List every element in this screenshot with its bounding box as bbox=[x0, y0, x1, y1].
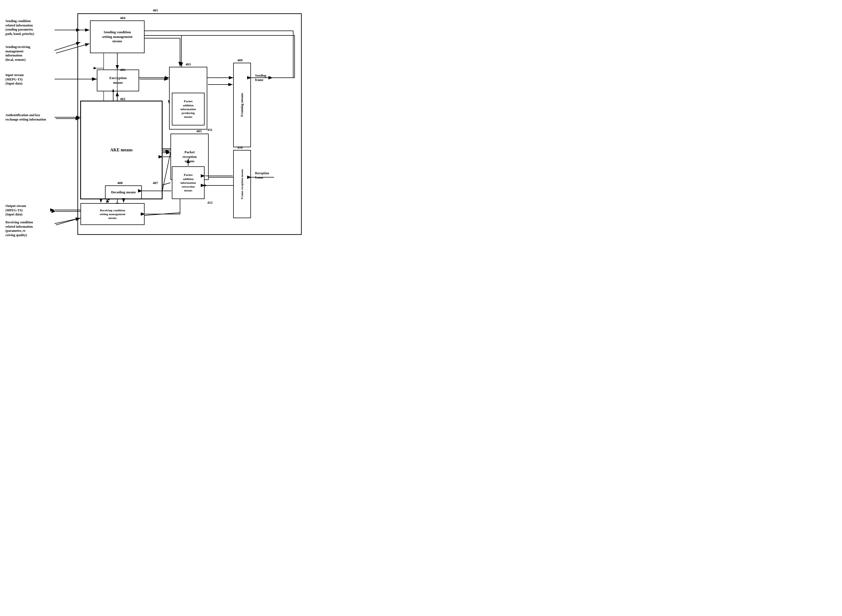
receiving-condition-box: Receiving conditionsetting managementmea… bbox=[81, 203, 145, 225]
reception-frame-label: Receptionframe bbox=[255, 171, 269, 180]
svg-line-37 bbox=[145, 213, 180, 216]
receiving-condition-info-label: Receiving conditionrelated information(p… bbox=[6, 220, 33, 237]
sending-frame-label: Sendingframe bbox=[255, 73, 266, 82]
sending-condition-box: Sending conditionsetting managementmeans bbox=[90, 21, 145, 53]
sending-condition-label: Sending conditionsetting managementmeans bbox=[102, 30, 132, 44]
packet-addition-producing-label: Packetadditioninformationproducingmeans bbox=[180, 99, 196, 119]
framing-box: Framing means bbox=[233, 63, 251, 147]
svg-line-31 bbox=[54, 218, 81, 224]
sending-condition-info-label: Sending conditionrelated information(sen… bbox=[6, 19, 34, 36]
decoding-box: Decoding means bbox=[105, 185, 142, 199]
ake-label: AKE means bbox=[110, 147, 132, 153]
receiving-condition-label: Receiving conditionsetting managementmea… bbox=[100, 208, 125, 220]
label-401: 401 bbox=[153, 8, 158, 13]
label-404: 404 bbox=[120, 16, 125, 20]
label-408: 408 bbox=[117, 181, 123, 185]
label-402: 402 bbox=[120, 97, 125, 101]
svg-line-73 bbox=[56, 218, 80, 225]
diagram: 401 Sending conditionsetting managementm… bbox=[0, 0, 327, 240]
frame-reception-label: Frame reception means bbox=[240, 169, 244, 199]
encryption-label: Encryptionmeans bbox=[109, 76, 126, 85]
svg-line-6 bbox=[54, 42, 81, 50]
label-406: 406 bbox=[120, 67, 125, 72]
authentification-label: Authentification and keyexchange setting… bbox=[6, 113, 46, 122]
input-stream-label: Input stream(MEPG-TS)(Input data) bbox=[6, 73, 24, 86]
svg-line-26 bbox=[162, 153, 170, 191]
label-409: 409 bbox=[237, 58, 243, 62]
decoding-label: Decoding means bbox=[111, 190, 136, 195]
sending-receiving-management-label: Sending/receivingmanagementinformation(l… bbox=[6, 45, 30, 62]
packet-addition-extraction-box: Packetadditioninformationextractionmeans bbox=[172, 166, 205, 199]
svg-line-46 bbox=[56, 44, 89, 53]
framing-label: Framing means bbox=[240, 93, 244, 117]
output-stream-label: Output stream(MPEG-TS)(Input data) bbox=[6, 204, 26, 217]
encryption-box: Encryptionmeans bbox=[97, 69, 139, 91]
label-410: 410 bbox=[237, 145, 243, 150]
label-412: 412 bbox=[207, 201, 213, 205]
label-403: 403 bbox=[185, 62, 191, 66]
label-411: 411 bbox=[207, 128, 213, 132]
packet-addition-extraction-label: Packetadditioninformationextractionmeans bbox=[180, 173, 196, 192]
diagram-arrows bbox=[0, 0, 327, 240]
label-407: 407 bbox=[153, 181, 158, 185]
frame-reception-box: Frame reception means bbox=[233, 150, 251, 218]
label-405: 405 bbox=[197, 129, 202, 133]
arrow-overlay bbox=[0, 0, 327, 240]
packet-addition-producing-box: Packetadditioninformationproducingmeans bbox=[172, 93, 205, 125]
packet-reception-label: Packetreceptionmeans bbox=[182, 150, 197, 164]
